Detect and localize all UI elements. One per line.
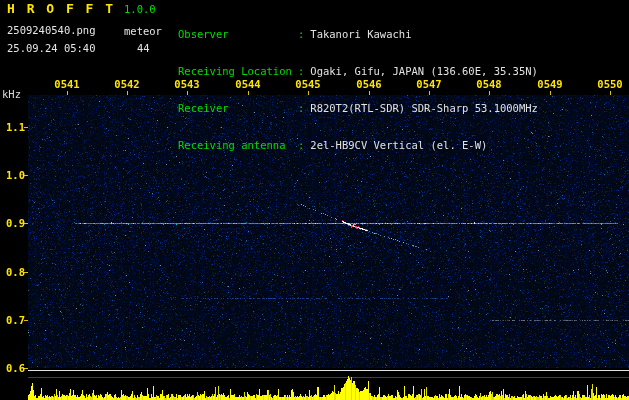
x-tick-label: 0546 <box>352 78 386 90</box>
x-tick-label: 0543 <box>170 78 204 90</box>
app-title: H R O F F T <box>7 2 115 16</box>
info-row-receiver: Receiver:R820T2(RTL-SDR) SDR-Sharp 53.10… <box>178 102 538 114</box>
x-tick-label: 0541 <box>50 78 84 90</box>
observation-mode: meteor <box>124 26 162 38</box>
y-tick-label: 0.8 <box>0 266 25 278</box>
x-tick-label: 0548 <box>472 78 506 90</box>
info-row-observer: Observer:Takanori Kawachi <box>178 28 538 40</box>
info-value: Takanori Kawachi <box>304 28 411 40</box>
echo-count: 44 <box>137 43 150 55</box>
y-tick-label: 0.6 <box>0 362 25 374</box>
app-version: 1.0.0 <box>124 4 156 16</box>
x-tick-label: 0542 <box>110 78 144 90</box>
y-tick-label: 1.1 <box>0 121 25 133</box>
info-label: Receiving Location <box>178 65 298 77</box>
hrofft-output: H R O F F T 1.0.0 2509240540.png meteor … <box>0 0 629 400</box>
info-label: Receiving antenna <box>178 139 298 151</box>
info-label: Receiver <box>178 102 298 114</box>
info-value: R820T2(RTL-SDR) SDR-Sharp 53.1000MHz <box>304 102 538 114</box>
info-label: Observer <box>178 28 298 40</box>
info-value: Ogaki, Gifu, JAPAN (136.60E, 35.35N) <box>304 65 538 77</box>
y-axis-unit-label: kHz <box>2 89 21 101</box>
x-tick-label: 0550 <box>593 78 627 90</box>
y-tick-label: 0.7 <box>0 314 25 326</box>
x-tick-label: 0549 <box>533 78 567 90</box>
x-tick-label: 0545 <box>291 78 325 90</box>
y-tick-label: 1.0 <box>0 169 25 181</box>
output-filename: 2509240540.png <box>7 25 96 37</box>
x-tick-label: 0547 <box>412 78 446 90</box>
x-tick-label: 0544 <box>231 78 265 90</box>
observation-datetime: 25.09.24 05:40 <box>7 43 96 55</box>
info-value: 2el-HB9CV Vertical (el. E-W) <box>304 139 487 151</box>
info-row-location: Receiving Location:Ogaki, Gifu, JAPAN (1… <box>178 65 538 77</box>
info-row-antenna: Receiving antenna:2el-HB9CV Vertical (el… <box>178 139 538 151</box>
y-tick-label: 0.9 <box>0 217 25 229</box>
